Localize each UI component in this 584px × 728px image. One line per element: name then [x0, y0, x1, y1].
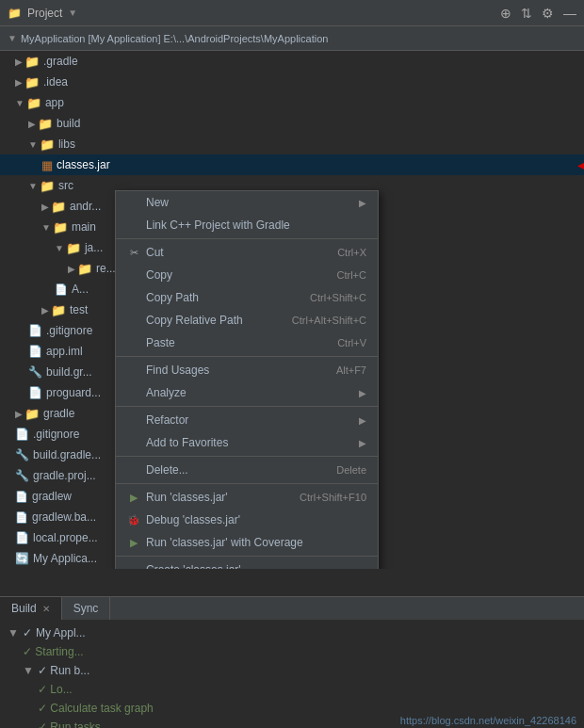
menu-item-debug[interactable]: 🐞 Debug 'classes.jar' [116, 509, 378, 531]
panel-header: ▼ MyApplication [My Application] E:\...\… [0, 26, 584, 51]
separator-6 [116, 556, 378, 557]
menu-item-run-coverage[interactable]: ▶ Run 'classes.jar' with Coverage [116, 531, 378, 554]
menu-item-run[interactable]: ▶ Run 'classes.jar' Ctrl+Shift+F10 [116, 486, 378, 509]
expand-icon: ▼ [8, 626, 19, 639]
minimize-icon[interactable]: — [563, 6, 576, 21]
menu-item-add-favorites[interactable]: Add to Favorites ▶ [116, 431, 378, 454]
menu-item-copy-rel[interactable]: Copy Relative Path Ctrl+Alt+Shift+C [116, 309, 378, 332]
tree-item-libs[interactable]: ▼ 📁 libs [0, 134, 584, 154]
separator-2 [116, 356, 378, 357]
project-path: MyApplication [My Application] E:\...\An… [21, 33, 328, 44]
cut-icon: ✂ [127, 247, 140, 259]
menu-item-find-usages[interactable]: Find Usages Alt+F7 [116, 359, 378, 381]
tree-item-gradle[interactable]: ▶ 📁 .gradle [0, 51, 584, 72]
menu-item-new[interactable]: New ▶ [116, 191, 378, 214]
expand-icon: ▼ [8, 33, 17, 43]
separator-4 [116, 456, 378, 457]
debug-icon: 🐞 [127, 514, 140, 526]
context-menu: New ▶ Link C++ Project with Gradle ✂ Cut… [115, 190, 379, 569]
menu-item-paste[interactable]: Paste Ctrl+V [116, 332, 378, 354]
expand-icon-runb: ▼ [23, 664, 34, 677]
menu-item-refactor[interactable]: Refactor ▶ [116, 409, 378, 431]
title-dropdown-arrow[interactable]: ▼ [68, 8, 77, 18]
title-bar: 📁 Project ▼ ⊕ ⇅ ⚙ — [0, 0, 584, 26]
project-icon: 📁 [8, 7, 22, 20]
tree-item-build[interactable]: ▶ 📁 build [0, 113, 584, 134]
red-marker: ◀ [577, 157, 584, 172]
build-item-lo: ✓ Lo... [0, 680, 584, 699]
analyze-arrow-icon: ▶ [359, 388, 366, 398]
tab-sync[interactable]: Sync [62, 597, 111, 620]
run-icon: ▶ [127, 492, 140, 504]
menu-item-copy[interactable]: Copy Ctrl+C [116, 264, 378, 286]
menu-item-create[interactable]: Create 'classes.jar'... [116, 558, 378, 569]
globe-icon[interactable]: ⊕ [500, 6, 511, 21]
build-item-runb[interactable]: ▼ ✓ Run b... [0, 661, 584, 680]
build-tab-close[interactable]: ✕ [42, 604, 50, 614]
tree-area: ▶ 📁 .gradle ▶ 📁 .idea ▼ 📁 app ▶ 📁 build … [0, 51, 584, 569]
build-content: ▼ ✓ My Appl... ✓ Starting... ▼ ✓ Run b..… [0, 620, 584, 728]
gear-icon[interactable]: ⚙ [542, 6, 554, 21]
watermark: https://blog.csdn.net/weixin_42268146 [400, 715, 576, 726]
coverage-icon: ▶ [127, 537, 140, 549]
menu-item-copy-path[interactable]: Copy Path Ctrl+Shift+C [116, 286, 378, 309]
menu-item-cut[interactable]: ✂ Cut Ctrl+X [116, 241, 378, 264]
title-bar-icons: ⊕ ⇅ ⚙ — [500, 6, 576, 21]
build-panel: Build ✕ Sync ▼ ✓ My Appl... ✓ Starting..… [0, 596, 584, 728]
refactor-arrow-icon: ▶ [359, 415, 366, 426]
separator-3 [116, 406, 378, 407]
tree-item-idea[interactable]: ▶ 📁 .idea [0, 72, 584, 92]
title-bar-left: 📁 Project ▼ [8, 7, 77, 20]
build-tabs: Build ✕ Sync [0, 597, 584, 620]
build-item-starting: ✓ Starting... [0, 642, 584, 661]
favorites-arrow-icon: ▶ [359, 438, 366, 448]
menu-item-link-cpp[interactable]: Link C++ Project with Gradle [116, 214, 378, 236]
title-bar-label: Project [27, 7, 62, 20]
menu-item-analyze[interactable]: Analyze ▶ [116, 381, 378, 404]
tree-item-app[interactable]: ▼ 📁 app [0, 92, 584, 113]
new-arrow-icon: ▶ [359, 198, 366, 208]
tree-item-classes-jar[interactable]: ▦ classes.jar ◀ [0, 154, 584, 175]
build-item-myapp[interactable]: ▼ ✓ My Appl... [0, 623, 584, 642]
tab-build[interactable]: Build ✕ [0, 597, 62, 620]
split-icon[interactable]: ⇅ [521, 6, 532, 21]
separator-1 [116, 238, 378, 239]
separator-5 [116, 483, 378, 484]
menu-item-delete[interactable]: Delete... Delete [116, 459, 378, 481]
